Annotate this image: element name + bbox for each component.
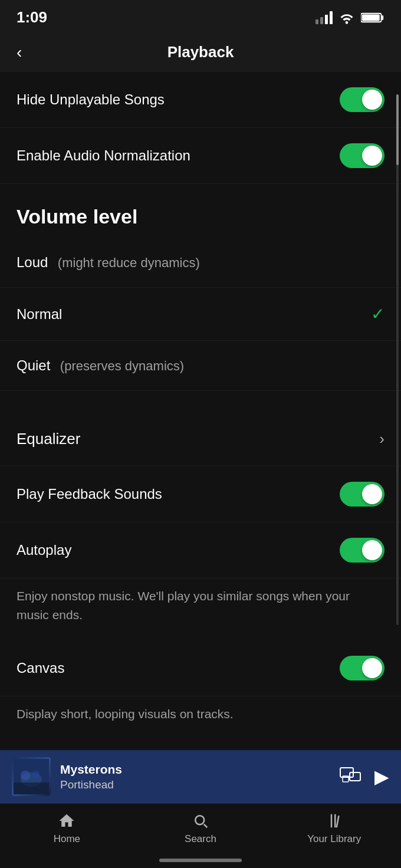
volume-loud-label-group: Loud (might reduce dynamics)	[17, 254, 200, 271]
volume-option-quiet[interactable]: Quiet (preserves dynamics)	[0, 341, 401, 391]
volume-option-normal[interactable]: Normal ✓	[0, 288, 401, 341]
now-playing-controls: ▶	[339, 765, 389, 788]
volume-loud-sublabel: (might reduce dynamics)	[58, 255, 200, 270]
selected-check-icon: ✓	[371, 304, 384, 324]
audio-normalization-toggle[interactable]	[340, 143, 384, 168]
connect-devices-svg	[339, 765, 361, 784]
svg-point-5	[21, 771, 30, 780]
wifi-icon	[338, 11, 355, 24]
play-button[interactable]: ▶	[374, 765, 389, 788]
autoplay-description: Enjoy nonstop music. We'll play you simi…	[0, 578, 401, 640]
nav-item-search[interactable]: Search	[134, 812, 268, 845]
volume-option-loud[interactable]: Loud (might reduce dynamics)	[0, 238, 401, 288]
audio-normalization-row[interactable]: Enable Audio Normalization	[0, 128, 401, 184]
nav-home-label: Home	[54, 833, 80, 845]
canvas-description: Display short, looping visuals on tracks…	[0, 696, 401, 740]
settings-content: Hide Unplayable Songs Enable Audio Norma…	[0, 72, 401, 864]
volume-quiet-sublabel: (preserves dynamics)	[60, 359, 184, 373]
autoplay-toggle[interactable]	[340, 538, 384, 563]
library-icon	[326, 812, 343, 830]
status-time: 1:09	[17, 8, 47, 27]
nav-item-home[interactable]: Home	[0, 812, 134, 845]
canvas-toggle[interactable]	[340, 656, 384, 680]
svg-point-6	[32, 771, 40, 778]
signal-icon	[315, 11, 333, 24]
header: ‹ Playback	[0, 32, 401, 72]
svg-line-13	[336, 816, 338, 827]
status-icons	[315, 11, 384, 24]
status-bar: 1:09	[0, 0, 401, 32]
album-art-image	[14, 759, 49, 794]
volume-section-heading: Volume level	[0, 184, 401, 238]
scrollbar-thumb[interactable]	[396, 94, 399, 165]
svg-rect-2	[362, 14, 380, 21]
device-connect-icon[interactable]	[339, 765, 361, 788]
hide-unplayable-label: Hide Unplayable Songs	[17, 91, 165, 108]
battery-icon	[361, 11, 384, 24]
now-playing-title: Mysterons	[60, 762, 330, 777]
autoplay-row[interactable]: Autoplay	[0, 522, 401, 578]
canvas-row[interactable]: Canvas	[0, 640, 401, 696]
back-button[interactable]: ‹	[17, 43, 22, 62]
volume-normal-label: Normal	[17, 306, 62, 323]
play-feedback-sounds-label: Play Feedback Sounds	[17, 486, 162, 502]
nav-search-label: Search	[185, 833, 216, 845]
album-art	[12, 757, 51, 796]
equalizer-label: Equalizer	[17, 430, 80, 448]
svg-rect-7	[14, 782, 49, 794]
equalizer-row[interactable]: Equalizer ›	[0, 412, 401, 466]
audio-normalization-label: Enable Audio Normalization	[17, 147, 190, 164]
hide-unplayable-row[interactable]: Hide Unplayable Songs	[0, 72, 401, 128]
home-indicator	[159, 859, 242, 862]
nav-item-library[interactable]: Your Library	[267, 812, 401, 845]
svg-rect-1	[382, 15, 384, 19]
volume-loud-label: Loud	[17, 254, 48, 270]
hide-unplayable-toggle[interactable]	[340, 87, 384, 112]
canvas-label: Canvas	[17, 660, 64, 676]
volume-heading-text: Volume level	[17, 205, 137, 228]
volume-quiet-label-group: Quiet (preserves dynamics)	[17, 357, 184, 374]
play-feedback-sounds-toggle[interactable]	[340, 482, 384, 507]
search-icon	[192, 812, 209, 830]
now-playing-artist: Portishead	[60, 778, 330, 791]
now-playing-bar[interactable]: Mysterons Portishead ▶	[0, 750, 401, 803]
nav-library-label: Your Library	[307, 833, 361, 845]
volume-quiet-label: Quiet	[17, 357, 50, 373]
autoplay-label: Autoplay	[17, 542, 71, 558]
play-feedback-sounds-row[interactable]: Play Feedback Sounds	[0, 466, 401, 522]
scrollbar-track	[396, 94, 399, 625]
page-title: Playback	[167, 43, 234, 61]
home-icon	[58, 812, 75, 830]
now-playing-info: Mysterons Portishead	[60, 762, 330, 791]
chevron-right-icon: ›	[379, 430, 384, 448]
